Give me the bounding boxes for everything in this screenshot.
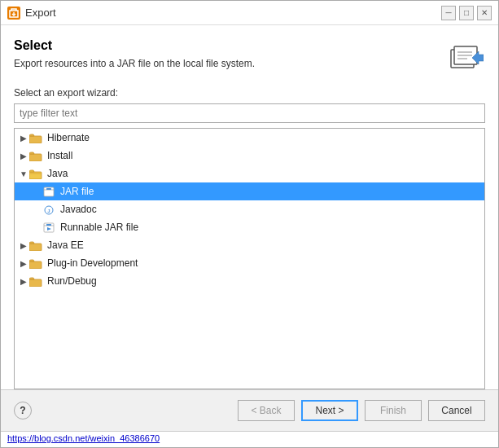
help-button[interactable]: ? [14,402,32,419]
list-item: JAR file [60,186,481,197]
tree-item-runnable-jar[interactable]: Runnable JAR file [15,218,484,236]
list-item: Install [47,150,481,161]
svg-rect-19 [46,224,51,226]
maximize-button[interactable]: □ [459,6,474,20]
jar-file-icon [42,186,57,197]
folder-icon [29,257,44,269]
folder-icon [29,275,44,287]
page-title: Select [14,38,438,53]
svg-text:J: J [47,209,50,213]
tree-container[interactable]: ▶ Hibernate ▶ Install [14,128,485,389]
folder-icon [29,239,44,251]
folder-icon-open [29,168,44,179]
tree-item-plugin-dev[interactable]: ▶ Plug-in Development [15,254,484,272]
tree-item-run-debug[interactable]: ▶ Run/Debug [15,272,484,290]
close-button[interactable]: ✕ [477,6,492,20]
svg-rect-21 [29,244,42,251]
app-icon [7,7,20,20]
back-button[interactable]: < Back [238,400,295,421]
list-item: Java [47,168,481,179]
list-item: Run/Debug [47,275,481,287]
tree-item-install[interactable]: ▶ Install [15,147,484,165]
tree-item-java-ee[interactable]: ▶ Java EE [15,236,484,254]
wizard-label: Select an export wizard: [14,87,485,99]
minimize-button[interactable]: ─ [441,6,456,20]
expand-arrow: ▶ [18,277,29,286]
footer-area: ? < Back Next > Finish Cancel [1,389,498,431]
javadoc-icon: J [42,204,57,215]
next-button[interactable]: Next > [301,400,358,421]
tree-item-java[interactable]: ▼ Java [15,165,484,182]
export-wizard-icon [446,38,485,77]
finish-button[interactable]: Finish [365,400,422,421]
svg-rect-23 [29,279,42,287]
page-subtitle: Export resources into a JAR file on the … [14,58,438,69]
tree-item-jar-file[interactable]: JAR file [15,182,484,200]
content-area: Select Export resources into a JAR file … [1,25,498,389]
status-link[interactable]: https://blog.csdn.net/weixin_46386670 [7,433,160,443]
export-dialog: Export ─ □ ✕ Select Export resources int… [0,0,499,448]
list-item: Runnable JAR file [60,222,481,233]
list-item: Hibernate [47,132,481,143]
window-title: Export [25,7,441,19]
svg-rect-9 [29,154,42,161]
expand-arrow: ▼ [18,169,29,178]
tree-item-javadoc[interactable]: J Javadoc [15,200,484,218]
list-item: Javadoc [60,204,481,215]
tree-item-hibernate[interactable]: ▶ Hibernate [15,129,484,147]
runnable-jar-icon [42,222,57,233]
svg-rect-8 [29,136,42,143]
list-item: Plug-in Development [47,257,481,269]
expand-arrow: ▶ [18,152,29,160]
svg-rect-22 [29,261,42,269]
folder-icon [29,150,44,161]
expand-arrow: ▶ [18,259,29,268]
window-controls: ─ □ ✕ [441,6,492,20]
expand-arrow: ▶ [18,241,29,250]
header-section: Select Export resources into a JAR file … [14,38,485,77]
header-text: Select Export resources into a JAR file … [14,38,438,69]
title-bar: Export ─ □ ✕ [1,1,498,25]
status-bar: https://blog.csdn.net/weixin_46386670 [1,431,498,447]
cancel-button[interactable]: Cancel [428,400,485,421]
svg-rect-10 [29,172,42,179]
expand-arrow: ▶ [18,134,29,143]
folder-icon [29,132,44,143]
filter-input[interactable] [14,103,485,123]
list-item: Java EE [47,239,481,251]
svg-rect-14 [46,188,51,190]
